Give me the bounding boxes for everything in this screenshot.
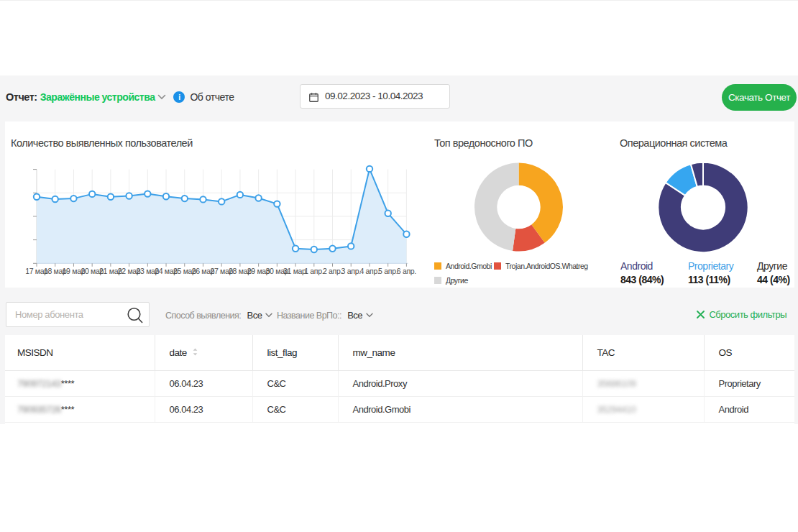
download-report-button[interactable]: Скачать Отчет: [722, 84, 797, 111]
svg-text:6 апр.: 6 апр.: [397, 267, 416, 275]
cell-msisdn: 790972143****: [5, 370, 155, 396]
cell-date: 06.04.23: [155, 370, 252, 396]
detection-method-filter[interactable]: Способ выявления: Все: [165, 302, 272, 327]
cell-date: 06.04.23: [155, 396, 252, 422]
cell-tac: 35686109: [582, 370, 704, 396]
legend-item[interactable]: Другие: [434, 277, 468, 285]
column-header-date[interactable]: date: [155, 335, 252, 370]
column-header-list_flag: list_flag: [252, 335, 338, 370]
legend-label: Другие: [446, 276, 468, 285]
legend-label: Android.Gmobi: [446, 262, 492, 270]
msisdn-suffix: ****: [61, 404, 74, 415]
legend-item[interactable]: Trojan.AndroidOS.Whatreg: [494, 262, 588, 271]
cell-os: Android: [704, 396, 794, 422]
report-controls-bar: Отчет: Заражённые устройства i Об отчете…: [0, 83, 798, 111]
detection-method-label: Способ выявления:: [165, 311, 241, 321]
column-header-os: OS: [704, 335, 794, 370]
reset-filters-label: Сбросить фильтры: [709, 309, 786, 320]
results-table-panel: MSISDNdatelist_flagmw_nameTACOS 79097214…: [5, 335, 794, 532]
dashboard-page: Отчет: Заражённые устройства i Об отчете…: [0, 0, 798, 532]
svg-text:5 апр.: 5 апр.: [378, 267, 398, 275]
table-header-row: MSISDNdatelist_flagmw_nameTACOS: [5, 335, 794, 370]
search-input[interactable]: [6, 303, 127, 326]
cell-tac: 35294410: [582, 396, 704, 422]
cell-os: Proprietary: [704, 370, 794, 396]
about-report-link[interactable]: Об отчете: [190, 91, 234, 103]
results-table: MSISDNdatelist_flagmw_nameTACOS 79097214…: [5, 335, 794, 423]
table-row: 790972143****06.04.23C&CAndroid.Proxy356…: [5, 370, 794, 396]
legend-label: Trojan.AndroidOS.Whatreg: [505, 262, 588, 270]
legend-swatch: [434, 262, 441, 270]
chevron-down-icon[interactable]: [265, 302, 272, 327]
info-icon[interactable]: i: [173, 91, 185, 103]
cell-list-flag: C&C: [252, 396, 338, 422]
report-name-dropdown[interactable]: Заражённые устройства: [40, 91, 155, 103]
tac-masked: 35294410: [597, 404, 636, 415]
subscriber-search-box: [6, 302, 150, 327]
os-stat-value: 44 (4%): [757, 274, 798, 285]
table-row: 790935726****06.04.23C&CAndroid.Gmobi352…: [5, 396, 794, 422]
svg-text:1 апр.: 1 апр.: [304, 267, 324, 275]
column-header-tac: TAC: [582, 335, 704, 370]
date-range-picker[interactable]: 09.02.2023 - 10.04.2023: [300, 84, 450, 109]
legend-item[interactable]: Android.Gmobi: [434, 262, 492, 271]
date-range-value: 09.02.2023 - 10.04.2023: [325, 85, 423, 108]
column-header-mw_name: mw_name: [338, 335, 582, 370]
cell-mw-name: Android.Proxy: [338, 370, 582, 396]
detection-method-value[interactable]: Все: [247, 310, 262, 321]
msisdn-masked: 790935726: [17, 404, 61, 415]
msisdn-suffix: ****: [61, 378, 74, 389]
top-divider: [0, 0, 798, 1]
cell-mw-name: Android.Gmobi: [338, 396, 582, 422]
legend-swatch: [494, 262, 501, 270]
report-label: Отчет:: [6, 91, 37, 103]
legend-swatch: [434, 277, 441, 284]
msisdn-masked: 790972143: [17, 378, 61, 389]
filter-bar: Способ выявления: Все Название ВрПо:: Вс…: [0, 302, 798, 327]
svg-text:2 апр.: 2 апр.: [323, 267, 342, 275]
reset-filters-button[interactable]: Сбросить фильтры: [697, 302, 786, 327]
search-icon[interactable]: [127, 307, 145, 329]
report-selector-group: Отчет: Заражённые устройства i Об отчете: [6, 83, 234, 111]
column-header-msisdn: MSISDN: [5, 335, 155, 370]
svg-text:3 апр.: 3 апр.: [341, 267, 361, 275]
sort-icon[interactable]: [193, 347, 198, 358]
malware-name-label: Название ВрПо::: [277, 311, 341, 321]
svg-text:4 апр.: 4 апр.: [359, 267, 379, 275]
tac-masked: 35686109: [597, 378, 636, 389]
close-icon: [697, 303, 705, 328]
charts-panel: Количество выявленных пользователей Топ …: [5, 121, 794, 288]
malware-name-value[interactable]: Все: [347, 310, 362, 321]
os-stat: Другие44 (4%): [757, 260, 798, 285]
malware-name-filter[interactable]: Название ВрПо:: Все: [277, 302, 373, 327]
cell-msisdn: 790935726****: [5, 396, 155, 422]
cell-list-flag: C&C: [252, 370, 338, 396]
chevron-down-icon[interactable]: [157, 94, 166, 100]
calendar-icon: [309, 92, 318, 105]
chevron-down-icon[interactable]: [366, 302, 373, 327]
os-stat-name: Другие: [757, 260, 798, 272]
